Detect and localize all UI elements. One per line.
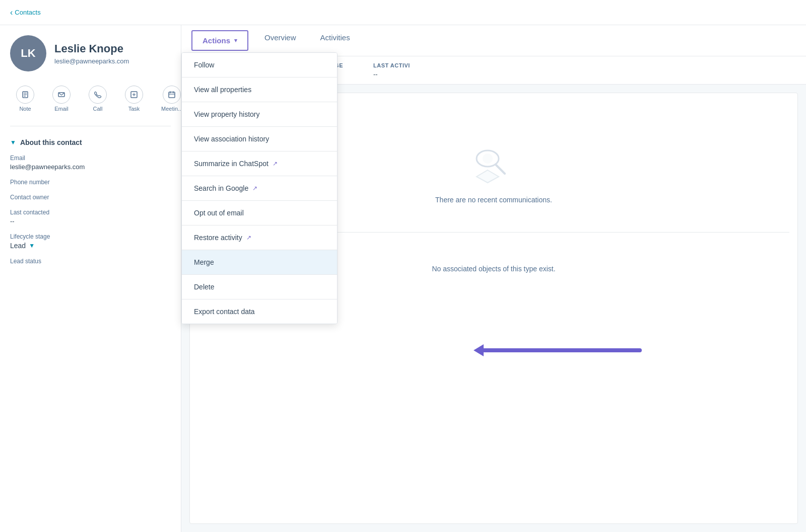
task-icon [125, 86, 143, 104]
external-link-icon-chatspot: ↗ [273, 160, 278, 167]
dropdown-item-export-contact-data[interactable]: Export contact data [182, 299, 337, 324]
call-button[interactable]: Call [83, 82, 113, 116]
call-label: Call [93, 106, 103, 112]
email-icon [52, 86, 71, 104]
last-contacted-value: -- [10, 217, 171, 225]
contact-name: Leslie Knope [54, 42, 129, 55]
property-lead-status: Lead status [10, 258, 171, 265]
external-link-icon-restore: ↗ [246, 234, 251, 241]
about-section-header: ▼ About this contact [10, 138, 171, 146]
lifecycle-value-container[interactable]: Lead ▼ [10, 242, 171, 250]
dropdown-item-restore-activity[interactable]: Restore activity ↗ [182, 225, 337, 250]
tab-overview[interactable]: Overview [252, 25, 308, 56]
contacts-link-label: Contacts [15, 9, 40, 16]
action-icons-row: Note Email Call [10, 82, 171, 126]
note-label: Note [19, 106, 31, 112]
dropdown-item-view-property-history[interactable]: View property history [182, 102, 337, 127]
main-layout: LK Leslie Knope leslie@pawneeparks.com N [0, 25, 806, 532]
communications-empty-text: There are no recent communications. [435, 196, 552, 204]
contact-email-display: leslie@pawneeparks.com [54, 57, 129, 65]
email-property-value[interactable]: leslie@pawneeparks.com [10, 163, 171, 171]
last-activity-label: LAST ACTIVI [373, 62, 410, 68]
last-activity-value: -- [373, 70, 410, 78]
top-nav: Contacts [0, 0, 806, 25]
associations-empty-text: No associated objects of this type exist… [432, 265, 555, 273]
merge-arrow-annotation [474, 335, 645, 367]
email-button[interactable]: Email [46, 82, 77, 116]
right-content: Actions ▾ Overview Activities Follow Vie… [181, 25, 806, 532]
task-button[interactable]: Task [119, 82, 149, 116]
dropdown-item-opt-out-email[interactable]: Opt out of email [182, 201, 337, 225]
dropdown-item-view-all-properties[interactable]: View all properties [182, 78, 337, 102]
lead-status-label: Lead status [10, 258, 171, 265]
svg-marker-17 [474, 344, 484, 356]
meeting-icon [163, 86, 181, 104]
contact-header: LK Leslie Knope leslie@pawneeparks.com [10, 35, 171, 71]
meeting-label: Meetin... [161, 106, 181, 112]
meeting-button[interactable]: Meetin... [155, 82, 181, 116]
magnifier-illustration [468, 137, 519, 188]
avatar: LK [10, 35, 46, 71]
property-lifecycle: Lifecycle stage Lead ▼ [10, 233, 171, 250]
about-chevron-icon: ▼ [10, 139, 16, 146]
note-icon [16, 86, 34, 104]
phone-property-label: Phone number [10, 179, 171, 186]
tab-bar: Actions ▾ Overview Activities Follow Vie… [181, 25, 806, 56]
left-sidebar: LK Leslie Knope leslie@pawneeparks.com N [0, 25, 181, 532]
note-button[interactable]: Note [10, 82, 40, 116]
actions-caret-icon: ▾ [234, 37, 237, 44]
email-label: Email [54, 106, 69, 112]
dropdown-item-follow[interactable]: Follow [182, 53, 337, 78]
external-link-icon-google: ↗ [252, 185, 257, 192]
call-icon [89, 86, 107, 104]
lifecycle-value: Lead [10, 242, 26, 250]
property-owner: Contact owner [10, 194, 171, 201]
property-last-contacted: Last contacted -- [10, 209, 171, 225]
dropdown-item-view-association-history[interactable]: View association history [182, 127, 337, 151]
svg-marker-15 [477, 170, 499, 183]
about-section-title: About this contact [20, 138, 82, 146]
dropdown-menu: Follow View all properties View property… [181, 52, 338, 324]
contact-info: Leslie Knope leslie@pawneeparks.com [54, 42, 129, 65]
svg-point-14 [483, 154, 493, 164]
dropdown-item-search-google[interactable]: Search in Google ↗ [182, 176, 337, 201]
lifecycle-label: Lifecycle stage [10, 233, 171, 240]
dropdown-item-delete[interactable]: Delete [182, 275, 337, 299]
svg-rect-8 [169, 92, 175, 98]
svg-line-13 [496, 165, 505, 174]
owner-property-label: Contact owner [10, 194, 171, 201]
contacts-link[interactable]: Contacts [10, 8, 41, 17]
email-property-label: Email [10, 155, 171, 162]
actions-dropdown: Follow View all properties View property… [181, 52, 338, 324]
property-email: Email leslie@pawneeparks.com [10, 155, 171, 171]
tab-activities[interactable]: Activities [308, 25, 362, 56]
lifecycle-dropdown-icon: ▼ [29, 242, 35, 249]
info-last-activity: LAST ACTIVI -- [373, 62, 410, 78]
last-contacted-label: Last contacted [10, 209, 171, 216]
actions-label: Actions [203, 36, 230, 45]
dropdown-item-merge[interactable]: Merge [182, 250, 337, 275]
dropdown-item-summarize-chatspot[interactable]: Summarize in ChatSpot ↗ [182, 151, 337, 176]
task-label: Task [128, 106, 140, 112]
actions-button[interactable]: Actions ▾ [191, 30, 248, 51]
property-phone: Phone number [10, 179, 171, 186]
